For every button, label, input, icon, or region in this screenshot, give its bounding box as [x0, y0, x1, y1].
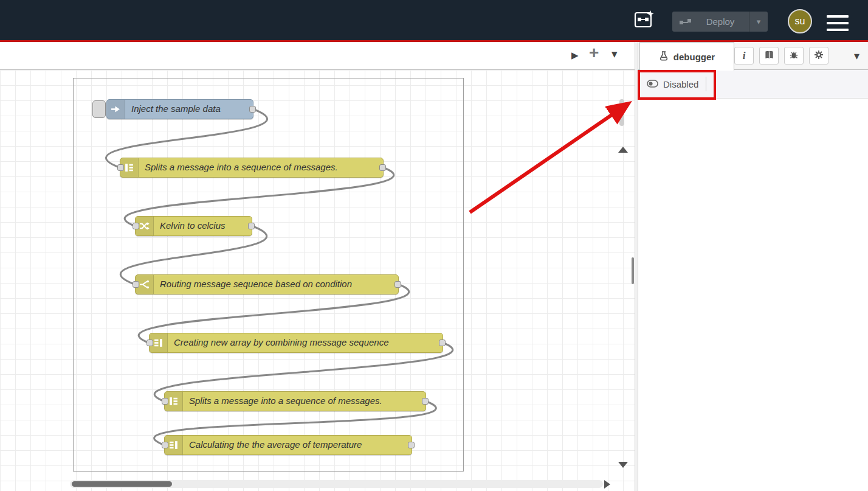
user-avatar[interactable]: su [788, 9, 812, 33]
canvas-vertical-scrollbar[interactable] [632, 257, 634, 284]
menu-bar [827, 29, 849, 31]
toolbar-divider [706, 77, 706, 91]
header-accent-line [0, 40, 868, 42]
tab-debugger-label: debugger [673, 52, 715, 62]
info-button[interactable]: i [734, 47, 754, 64]
disabled-label: Disabled [663, 79, 698, 89]
input-port[interactable] [133, 281, 139, 288]
node-label: Kelvin to celcius [160, 220, 226, 231]
input-port[interactable] [146, 340, 153, 346]
flow-node-join[interactable]: Creating new array by combining message … [149, 333, 443, 353]
flow-tabstrip: ▶ + ▾ [0, 42, 635, 70]
flow-node-split[interactable]: Splits a message into a sequence of mess… [120, 158, 384, 178]
input-port[interactable] [133, 223, 139, 229]
deploy-caret-icon[interactable]: ▾ [749, 17, 768, 26]
flow-node-join[interactable]: Calculating the the average of temperatu… [164, 435, 412, 455]
input-port[interactable] [162, 442, 168, 448]
sidebar-options-chevron-icon[interactable]: ▾ [854, 49, 859, 63]
scroll-down-icon[interactable] [618, 462, 628, 468]
node-label: Calculating the the average of temperatu… [189, 439, 362, 450]
flow-canvas[interactable]: Inject the sample dataSplits a message i… [0, 70, 635, 491]
flow-node-change[interactable]: Kelvin to celcius [135, 216, 252, 236]
toggle-icon [647, 79, 658, 89]
app-header: Deploy ▾ su [0, 0, 868, 40]
deploy-label: Deploy [692, 16, 749, 27]
output-port[interactable] [422, 398, 429, 405]
inject-trigger-button[interactable] [92, 100, 106, 118]
scroll-tabs-right-icon[interactable]: ▶ [571, 50, 579, 61]
tab-debugger[interactable]: debugger [639, 42, 734, 71]
node-label: Inject the sample data [131, 103, 221, 114]
ai-assistant-button[interactable] [633, 10, 655, 32]
sidebar-body: Disabled [638, 70, 868, 99]
output-port[interactable] [379, 164, 386, 171]
output-port[interactable] [439, 340, 446, 346]
inject-icon [107, 100, 125, 119]
add-flow-button[interactable]: + [589, 43, 599, 63]
output-port[interactable] [249, 106, 256, 113]
debugger-toolbar: Disabled [638, 70, 868, 99]
help-button[interactable] [759, 47, 779, 64]
flow-node-switch[interactable]: Routing message sequence based on condit… [135, 274, 399, 294]
input-port[interactable] [117, 164, 124, 171]
bug-icon [789, 50, 799, 62]
sidebar: debugger i [638, 42, 868, 491]
sidebar-header: debugger i [638, 42, 868, 70]
scroll-right-icon[interactable] [604, 480, 610, 489]
node-label: Routing message sequence based on condit… [160, 279, 352, 289]
book-icon [764, 50, 774, 62]
node-label: Splits a message into a sequence of mess… [145, 162, 338, 172]
gear-icon [814, 50, 824, 62]
scroll-up-icon[interactable] [618, 147, 628, 153]
settings-button[interactable] [809, 47, 828, 64]
beaker-icon [659, 50, 669, 63]
horizontal-scrollbar-thumb[interactable] [72, 481, 172, 487]
debug-button[interactable] [784, 47, 804, 64]
horizontal-scrollbar-track[interactable] [70, 480, 603, 488]
menu-bar [827, 22, 849, 24]
deploy-nodes-icon [680, 18, 692, 26]
flow-node-inject[interactable]: Inject the sample data [106, 99, 253, 119]
output-port[interactable] [248, 223, 255, 229]
ai-flow-sparkle-icon [634, 10, 655, 32]
main-menu-button[interactable] [827, 15, 849, 31]
node-label: Creating new array by combining message … [174, 337, 389, 347]
deploy-button[interactable]: Deploy ▾ [672, 12, 768, 32]
menu-bar [827, 15, 849, 18]
input-port[interactable] [162, 398, 168, 405]
node-label: Splits a message into a sequence of mess… [189, 395, 382, 406]
debugger-disabled-toggle[interactable]: Disabled [647, 79, 698, 89]
output-port[interactable] [394, 281, 401, 288]
flow-list-chevron-icon[interactable]: ▾ [611, 47, 618, 61]
flow-node-split[interactable]: Splits a message into a sequence of mess… [164, 391, 426, 411]
output-port[interactable] [408, 442, 415, 448]
vertical-scrollbar-thumb[interactable] [619, 99, 624, 126]
info-icon: i [743, 50, 746, 62]
